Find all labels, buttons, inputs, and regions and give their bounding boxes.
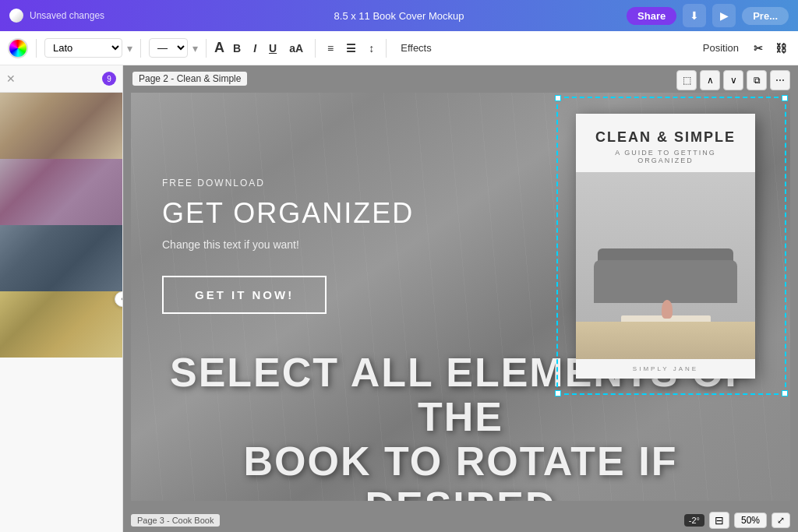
list-button[interactable]: ☰ [342, 40, 360, 57]
canvas-background: FREE DOWNLOAD GET ORGANIZED Change this … [131, 93, 790, 501]
main-layout: ✕ 9 ‹ Page 2 - Clean & Simple ⬚ ∧ ∨ ⧉ ⋯ [0, 65, 798, 532]
bold-button[interactable]: B [229, 40, 245, 57]
sidebar-image-bridge[interactable] [0, 225, 122, 291]
toolbar-divider-2 [140, 39, 141, 58]
toolbar-divider-1 [36, 39, 37, 58]
topbar: Unsaved changes 8.5 x 11 Book Cover Mock… [0, 0, 798, 31]
preview-button[interactable]: Pre... [742, 7, 789, 25]
design-canvas[interactable]: FREE DOWNLOAD GET ORGANIZED Change this … [131, 93, 790, 501]
page-label: Page 2 - Clean & Simple [132, 72, 247, 86]
book-title: CLEAN & SIMPLE [591, 129, 740, 146]
rotation-badge: -2° [684, 514, 704, 527]
bottom-bar: Page 3 - Cook Book -2° ⊟ 50% ⤢ [131, 509, 790, 532]
canvas-icon-btn-1[interactable]: ⬚ [676, 70, 697, 90]
bottom-right-controls: -2° ⊟ 50% ⤢ [684, 512, 790, 529]
book-subtitle: A GUIDE TO GETTING ORGANIZED [591, 149, 740, 164]
unsaved-label: Unsaved changes [30, 10, 104, 21]
app-logo [9, 9, 23, 23]
handle-top-left[interactable] [555, 95, 561, 101]
canvas-copy-btn[interactable]: ⧉ [747, 70, 767, 90]
chevron-down-icon: ▾ [127, 42, 132, 55]
sidebar-image-rocks[interactable] [0, 159, 122, 225]
topbar-left-section: Unsaved changes [9, 9, 104, 23]
font-selector[interactable]: Lato [44, 38, 122, 58]
book-cover: CLEAN & SIMPLE A GUIDE TO GETTING ORGANI… [576, 114, 755, 379]
color-wheel[interactable] [8, 38, 28, 58]
link-button[interactable]: ⛓ [772, 40, 790, 57]
canvas-top-controls: ⬚ ∧ ∨ ⧉ ⋯ [676, 70, 790, 90]
align-button[interactable]: ≡ [323, 40, 337, 57]
position-button[interactable]: Position [697, 40, 745, 56]
toolbar-divider-5 [386, 39, 387, 58]
text-color-button[interactable]: A [214, 40, 224, 56]
italic-button[interactable]: I [249, 40, 260, 57]
page-nav-label: Page 3 - Cook Book [131, 514, 220, 527]
book-cover-bottom: SIMPLY JANE [576, 359, 755, 379]
canvas-up-btn[interactable]: ∧ [700, 70, 720, 90]
change-text-label: Change this text if you want! [162, 238, 510, 251]
effects-button[interactable]: Effects [394, 40, 438, 56]
sidebar-image-buddha[interactable] [0, 93, 122, 159]
book-image [576, 172, 755, 359]
download-button[interactable]: ⬇ [683, 4, 706, 27]
share-button[interactable]: Share [627, 7, 676, 25]
document-title: 8.5 x 11 Book Cover Mockup [334, 10, 464, 22]
search-icon: ✕ [6, 72, 16, 85]
canvas-down-btn[interactable]: ∨ [723, 70, 743, 90]
size-chevron-icon: ▾ [192, 42, 198, 55]
floor-shape [576, 322, 755, 359]
sidebar-image-list [0, 93, 122, 532]
book-author: SIMPLY JANE [582, 365, 749, 372]
design-right-content: CLEAN & SIMPLE A GUIDE TO GETTING ORGANI… [541, 93, 790, 399]
spacing-button[interactable]: ↕ [365, 40, 378, 57]
watermark-line2: BOOK TO ROTATE IF DESIRED [147, 439, 775, 501]
sidebar-image-marble[interactable] [0, 291, 122, 358]
design-watermark: SELECT ALL ELEMENTS OF THE BOOK TO ROTAT… [131, 379, 790, 501]
sidebar-search-area: ✕ 9 [0, 65, 122, 93]
get-it-now-button[interactable]: GET IT NOW! [162, 276, 327, 314]
crop-button[interactable]: ✂ [750, 40, 767, 57]
toolbar: Lato ▾ — ▾ A B I U aA ≡ ☰ ↕ Effects Posi… [0, 31, 798, 65]
canvas-area[interactable]: Page 2 - Clean & Simple ⬚ ∧ ∨ ⧉ ⋯ FREE D… [123, 65, 798, 532]
sofa-shape [594, 260, 737, 303]
present-button[interactable]: ▶ [712, 4, 736, 27]
sidebar: ✕ 9 ‹ [0, 65, 123, 532]
canvas-more-btn[interactable]: ⋯ [770, 70, 790, 90]
book-cover-top: CLEAN & SIMPLE A GUIDE TO GETTING ORGANI… [576, 114, 755, 172]
notification-badge: 9 [102, 72, 116, 86]
handle-top-right[interactable] [782, 95, 788, 101]
case-button[interactable]: aA [285, 40, 307, 57]
font-size-selector[interactable]: — [149, 38, 188, 58]
toolbar-divider-3 [206, 39, 207, 58]
zoom-reset-button[interactable]: ⊟ [709, 512, 729, 529]
toolbar-right: Position ✂ ⛓ [697, 40, 790, 57]
zoom-level-label: 50% [734, 513, 767, 528]
toolbar-divider-4 [315, 39, 316, 58]
underline-button[interactable]: U [265, 40, 281, 57]
topbar-right-section: Share ⬇ ▶ Pre... [627, 4, 789, 27]
fullscreen-button[interactable]: ⤢ [772, 513, 790, 528]
free-download-label: FREE DOWNLOAD [162, 178, 510, 188]
get-organized-heading: GET ORGANIZED [162, 198, 510, 229]
